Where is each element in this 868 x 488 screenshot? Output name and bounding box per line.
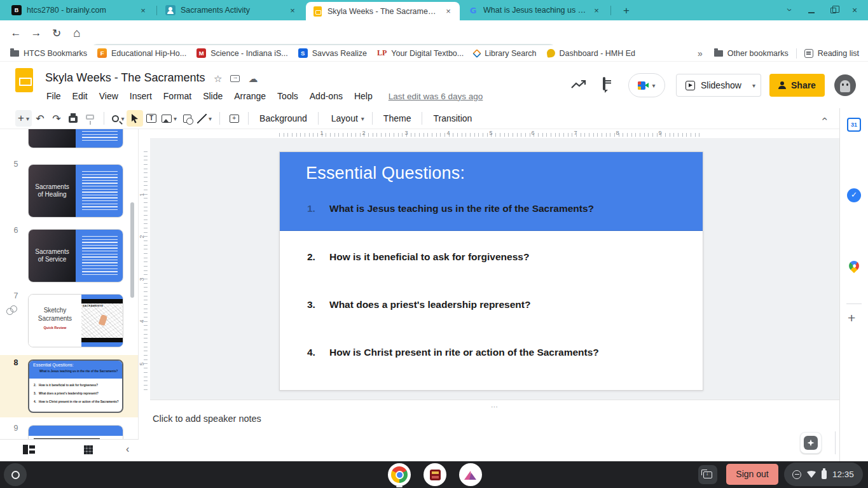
paint-format-button[interactable] xyxy=(81,110,98,127)
tab-search-icon[interactable]: › xyxy=(779,4,801,16)
zoom-button[interactable]: ▾ xyxy=(110,110,127,127)
menu-view[interactable]: View xyxy=(93,90,124,102)
chrome-shelf-icon[interactable] xyxy=(388,463,411,486)
menu-tools[interactable]: Tools xyxy=(272,90,304,102)
menu-help[interactable]: Help xyxy=(348,90,378,102)
new-slide-button[interactable]: + ▾ xyxy=(15,110,32,127)
slide-thumbnail-5[interactable]: Sacraments of Healing xyxy=(28,164,123,218)
layout-button[interactable]: Layout ▾ xyxy=(324,110,366,127)
status-tray[interactable]: 12:35 xyxy=(784,463,863,486)
last-edit-link[interactable]: Last edit was 6 days ago xyxy=(389,92,483,101)
forward-icon[interactable]: → xyxy=(28,25,45,41)
background-button[interactable]: Background xyxy=(254,110,312,127)
grid-view-icon[interactable] xyxy=(84,445,93,454)
bookmark-savvas[interactable]: S Savvas Realize xyxy=(298,48,367,58)
insert-image-button[interactable]: ▾ xyxy=(160,110,179,127)
slide-thumbnail-9-partial[interactable] xyxy=(28,425,123,439)
avatar[interactable] xyxy=(834,74,856,96)
line-icon xyxy=(197,114,207,123)
new-tab-button[interactable]: + xyxy=(618,3,635,19)
reading-list-button[interactable]: Reading list xyxy=(804,49,859,58)
bookmark-educational-hiphop[interactable]: F Educational Hip-Ho... xyxy=(97,48,186,58)
current-slide[interactable]: Essential Questions: 1. What is Jesus te… xyxy=(279,151,703,391)
tab-close-icon[interactable]: × xyxy=(138,6,148,15)
notes-splitter-handle[interactable]: ⋯ xyxy=(150,400,839,409)
transition-button[interactable]: Transition xyxy=(428,110,477,127)
tab-close-icon[interactable]: × xyxy=(591,6,602,15)
menu-slide[interactable]: Slide xyxy=(197,90,228,102)
explore-button[interactable] xyxy=(800,432,822,454)
insert-line-button[interactable]: ▾ xyxy=(195,110,214,127)
app-shelf-icon[interactable] xyxy=(424,463,446,486)
restore-icon[interactable] xyxy=(822,4,844,16)
collapse-filmstrip-icon[interactable]: ‹ xyxy=(126,443,129,455)
back-icon[interactable]: ← xyxy=(8,25,24,41)
menu-addons[interactable]: Add-ons xyxy=(304,90,348,102)
question-3[interactable]: 3. What does a priest's leadership repre… xyxy=(307,298,689,311)
slide-thumbnail-8-selected[interactable]: Essential Questions: What is Jesus teach… xyxy=(28,359,123,413)
filmstrip-scrollbar[interactable] xyxy=(130,202,134,298)
share-button[interactable]: Share xyxy=(769,74,825,97)
tab-close-icon[interactable]: × xyxy=(443,6,453,16)
tasks-icon[interactable]: ✓ xyxy=(847,188,861,202)
other-bookmarks-button[interactable]: Other bookmarks xyxy=(714,49,789,58)
calendar-icon[interactable]: 31 xyxy=(847,118,861,132)
slideshow-options-caret[interactable]: ▾ xyxy=(747,74,761,97)
slideshow-button[interactable]: Slideshow xyxy=(676,74,751,97)
browser-tab-google-search[interactable]: G What is Jesus teaching us in the × xyxy=(462,0,608,20)
insert-comment-button[interactable]: + xyxy=(226,110,242,127)
browser-tab-sacraments-activity[interactable]: Sacraments Activity × xyxy=(159,0,304,20)
star-document-icon[interactable]: ☆ xyxy=(214,73,222,85)
question-2[interactable]: 2. How is it beneficial to ask for forgi… xyxy=(307,251,689,263)
tab-close-icon[interactable]: × xyxy=(287,6,298,15)
sign-out-button[interactable]: Sign out xyxy=(726,464,778,485)
text-box-button[interactable]: T xyxy=(143,110,160,127)
menu-file[interactable]: File xyxy=(41,90,67,102)
reload-icon[interactable]: ↻ xyxy=(48,25,65,41)
bookmark-hmh-dashboard[interactable]: Dashboard - HMH Ed xyxy=(547,49,636,58)
chevron-down-icon: ▾ xyxy=(752,82,755,89)
browser-tab-active-slides[interactable]: Skyla Weeks - The Sacraments - × xyxy=(306,2,460,20)
question-4[interactable]: 4. How is Christ present in rite or acti… xyxy=(307,346,689,359)
filmstrip-view-icon[interactable] xyxy=(23,445,35,454)
insert-shape-button[interactable] xyxy=(179,110,195,127)
document-title[interactable]: Skyla Weeks - The Sacraments xyxy=(45,71,205,85)
google-slides-logo[interactable] xyxy=(15,68,33,92)
speaker-notes-placeholder[interactable]: Click to add speaker notes xyxy=(153,414,261,424)
select-tool-button[interactable] xyxy=(127,110,143,127)
menu-edit[interactable]: Edit xyxy=(67,90,93,102)
speaker-notes-area[interactable]: Click to add speaker notes xyxy=(150,409,839,461)
launcher-button[interactable] xyxy=(4,463,27,486)
close-window-icon[interactable]: × xyxy=(844,5,865,15)
slide-thumbnail-7[interactable]: Sketchy Sacraments Quick Review SACRAMEN… xyxy=(28,294,123,347)
browser-tab-brainly[interactable]: B htcs2780 - brainly.com × xyxy=(5,0,155,20)
slide-thumbnail-4-partial[interactable] xyxy=(28,129,123,148)
screen-capture-icon[interactable] xyxy=(698,465,717,484)
bookmark-science-indiana[interactable]: M Science - Indiana iS... xyxy=(196,48,288,58)
redo-button[interactable]: ↷ xyxy=(48,110,65,127)
bookmark-htcs[interactable]: HTCS Bookmarks xyxy=(10,49,87,58)
menu-arrange[interactable]: Arrange xyxy=(228,90,272,102)
move-to-folder-icon[interactable] xyxy=(230,75,240,82)
home-icon[interactable]: ⌂ xyxy=(69,25,85,41)
undo-button[interactable]: ↶ xyxy=(32,110,48,127)
print-button[interactable] xyxy=(65,110,81,127)
bookmark-digital-textbook[interactable]: LP Your Digital Textbo... xyxy=(377,48,464,58)
menu-format[interactable]: Format xyxy=(158,90,197,102)
meet-button[interactable]: ▾ xyxy=(628,73,665,97)
slide-thumbnail-6[interactable]: Sacraments of Service xyxy=(28,229,123,282)
bookmarks-overflow-icon[interactable]: » xyxy=(698,48,703,59)
collapse-menus-icon[interactable]: › xyxy=(818,117,830,121)
origami-app-shelf-icon[interactable] xyxy=(459,463,482,486)
theme-button[interactable]: Theme xyxy=(378,110,417,127)
minimize-icon[interactable] xyxy=(801,4,822,16)
slide-title-block[interactable]: Essential Questions: xyxy=(280,152,703,231)
plus-icon: + xyxy=(18,112,24,125)
add-addon-icon[interactable]: + xyxy=(848,310,855,326)
question-1[interactable]: 1. What is Jesus teaching us in the rite… xyxy=(307,202,689,215)
comment-history-icon[interactable] xyxy=(603,77,605,90)
slide-title[interactable]: Essential Questions: xyxy=(306,164,465,183)
activity-trend-icon[interactable] xyxy=(570,79,588,90)
bookmark-library-search[interactable]: Library Search xyxy=(474,49,536,58)
menu-insert[interactable]: Insert xyxy=(124,90,158,102)
